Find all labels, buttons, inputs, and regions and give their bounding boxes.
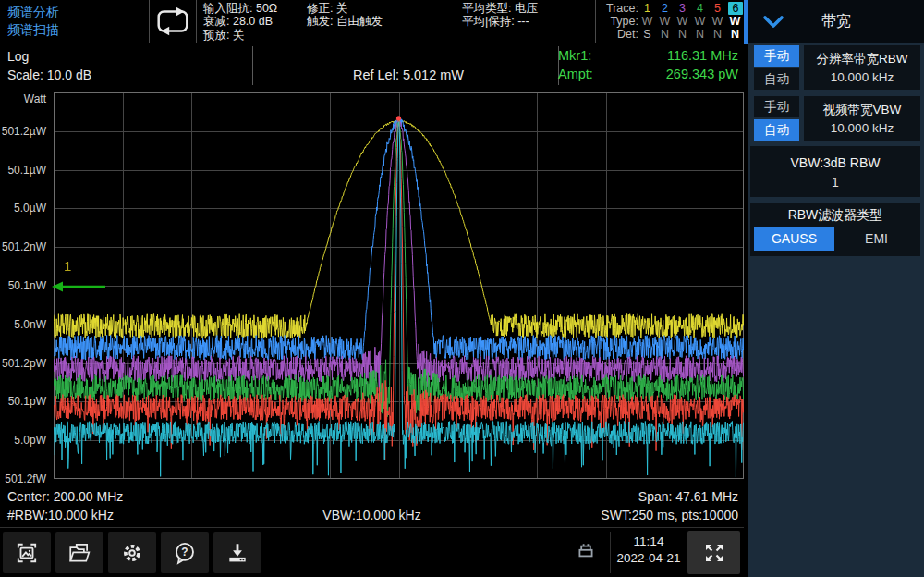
bottom-toolbar: ? 11:14 2022-04-21 bbox=[0, 527, 744, 577]
rbw-value-box[interactable]: 分辨率带宽RBW 10.000 kHz bbox=[804, 45, 920, 90]
help-icon: ? bbox=[173, 541, 197, 565]
trace-3-type: W bbox=[674, 15, 691, 28]
filter-emi-button[interactable]: EMI bbox=[836, 227, 917, 251]
trace-4-detector: N bbox=[691, 28, 709, 41]
rbw-auto-button[interactable]: 自动 bbox=[754, 68, 799, 90]
det-row-label: Det: bbox=[596, 28, 638, 41]
trace-5-type: W bbox=[709, 15, 726, 28]
trace-4-type: W bbox=[691, 15, 709, 28]
bandwidth-menu-panel: 带宽 手动 自动 分辨率带宽RBW 10.000 kHz 手动 自动 视频带宽V… bbox=[748, 0, 924, 577]
screenshot-icon bbox=[15, 541, 39, 565]
trigger: 触发: 自由触发 bbox=[307, 15, 457, 28]
clock-date: 2022-04-21 bbox=[612, 550, 686, 567]
trace-6-detector: N bbox=[726, 28, 744, 41]
input-params: 输入阻抗: 50Ω 衰减: 28.0 dB 预放: 关 bbox=[197, 0, 300, 43]
y-axis-tick-label: 50.1pW bbox=[0, 395, 46, 408]
trace-1-type: W bbox=[638, 15, 656, 28]
fullscreen-expand-icon bbox=[702, 541, 726, 565]
trace-1-detector: S bbox=[638, 28, 656, 41]
average-hold: 平均|保持: --- bbox=[462, 15, 595, 28]
marker-frequency-readout: Mkr1: 116.31 MHz bbox=[558, 48, 738, 63]
trace-table: Trace: 1 2 3 4 5 6 Type: W W W W W W Det… bbox=[596, 0, 744, 43]
marker-frequency-value: 116.31 MHz bbox=[667, 48, 738, 63]
y-axis-tick-label: 501.2fW bbox=[0, 473, 46, 485]
vbw-menu-item: 手动 自动 视频带宽VBW 10.000 kHz bbox=[750, 96, 922, 141]
y-axis-tick-label: 501.2nW bbox=[0, 240, 46, 253]
trace-4-number[interactable]: 4 bbox=[691, 2, 709, 15]
spectrum-display[interactable] bbox=[54, 92, 744, 479]
marker-1-number: 1 bbox=[64, 258, 71, 274]
average-settings: 平均类型: 电压 平均|保持: --- bbox=[457, 0, 596, 43]
vbw-label: 视频带宽VBW bbox=[804, 102, 920, 118]
vbw-manual-button[interactable]: 手动 bbox=[754, 96, 799, 117]
y-axis-tick-label: 50.1nW bbox=[0, 279, 46, 292]
clock[interactable]: 11:14 2022-04-21 bbox=[612, 534, 686, 567]
trace-2-type: W bbox=[656, 15, 674, 28]
panel-header[interactable]: 带宽 bbox=[748, 0, 924, 43]
y-axis-tick-label: 501.2µW bbox=[0, 125, 46, 138]
file-button[interactable] bbox=[55, 532, 103, 573]
trace-3-number[interactable]: 3 bbox=[674, 2, 691, 15]
filter-gauss-button[interactable]: GAUSS bbox=[754, 227, 834, 251]
vbw-ratio-value: 1 bbox=[750, 175, 920, 190]
swt-label: SWT:250 ms, pts:10000 bbox=[601, 508, 738, 522]
continuous-sweep-button[interactable] bbox=[150, 0, 197, 43]
usb-status bbox=[575, 540, 597, 566]
settings-button[interactable] bbox=[108, 532, 156, 573]
rbw-manual-button[interactable]: 手动 bbox=[754, 45, 799, 67]
trace-6-type: W bbox=[726, 15, 744, 28]
folder-icon bbox=[67, 541, 91, 565]
mode-title-line2: 频谱扫描 bbox=[7, 21, 149, 39]
rbw-filter-label: RBW滤波器类型 bbox=[750, 207, 920, 224]
usb-device-icon bbox=[575, 540, 597, 562]
mode-title[interactable]: 频谱分析 频谱扫描 bbox=[0, 0, 150, 43]
loop-sweep-icon bbox=[152, 6, 193, 37]
mode-title-line1: 频谱分析 bbox=[7, 4, 149, 21]
trace-canvas[interactable] bbox=[54, 92, 744, 479]
save-button[interactable] bbox=[213, 532, 261, 573]
amplitude-readout-bar: Log Scale: 10.0 dB Ref Lel: 5.012 mW Mkr… bbox=[0, 44, 744, 88]
ref-level-label: Ref Lel: 5.012 mW bbox=[259, 68, 558, 82]
sweep-info-bar: Center: 200.00 MHz Span: 47.61 MHz #RBW:… bbox=[0, 486, 744, 527]
svg-text:?: ? bbox=[181, 546, 188, 559]
center-frequency-label: Center: 200.00 MHz bbox=[7, 489, 123, 504]
y-axis-tick-label: 5.0nW bbox=[0, 318, 46, 331]
ampt-label: Ampt: bbox=[558, 67, 593, 81]
rbw-menu-item: 手动 自动 分辨率带宽RBW 10.000 kHz bbox=[750, 45, 922, 90]
trace-5-number[interactable]: 5 bbox=[709, 2, 726, 15]
marker-amplitude-readout: Ampt: 269.343 pW bbox=[558, 67, 738, 81]
trace-1-number[interactable]: 1 bbox=[638, 2, 656, 15]
vbw-auto-button[interactable]: 自动 bbox=[754, 119, 799, 141]
type-row-label: Type: bbox=[596, 15, 638, 28]
spectrum-analyzer-app: 频谱分析 频谱扫描 输入阻抗: 50Ω 衰减: 28.0 dB 预放: 关 修正… bbox=[0, 0, 924, 577]
save-download-icon bbox=[225, 541, 249, 565]
y-axis-tick-label: 5.0µW bbox=[0, 202, 46, 215]
gear-icon bbox=[120, 541, 144, 565]
screenshot-button[interactable] bbox=[3, 532, 51, 573]
trace-5-detector: N bbox=[709, 28, 726, 41]
help-button[interactable]: ? bbox=[161, 532, 209, 573]
trace-2-number[interactable]: 2 bbox=[656, 2, 674, 15]
trace-row-label: Trace: bbox=[596, 2, 638, 15]
divider bbox=[610, 532, 611, 573]
span-label: Span: 47.61 MHz bbox=[638, 489, 738, 504]
y-axis-tick-label: Watt bbox=[0, 92, 46, 105]
y-axis-tick-label: 5.0pW bbox=[0, 434, 46, 447]
marker-label: Mkr1: bbox=[558, 48, 591, 63]
scale-type-label: Log bbox=[7, 49, 29, 64]
y-axis-tick-label: 501.2pW bbox=[0, 357, 46, 370]
preamp: 预放: 关 bbox=[203, 29, 300, 42]
trace-6-number-active[interactable]: 6 bbox=[728, 2, 743, 15]
vbw-value: 10.000 kHz bbox=[804, 121, 920, 135]
trace-type-row: Type: W W W W W W bbox=[596, 15, 744, 28]
marker-amplitude-value: 269.343 pW bbox=[666, 67, 738, 81]
input-impedance: 输入阻抗: 50Ω bbox=[203, 2, 300, 15]
vbw-value-box[interactable]: 视频带宽VBW 10.000 kHz bbox=[804, 96, 920, 141]
clock-time: 11:14 bbox=[612, 534, 686, 550]
fullscreen-button[interactable] bbox=[687, 531, 740, 574]
vbw-ratio-box[interactable]: VBW:3dB RBW 1 bbox=[750, 146, 920, 197]
top-status-bar: 频谱分析 频谱扫描 输入阻抗: 50Ω 衰减: 28.0 dB 预放: 关 修正… bbox=[0, 0, 744, 43]
scale-label: Scale: 10.0 dB bbox=[7, 68, 91, 82]
chevron-down-icon bbox=[762, 14, 784, 31]
correction-trigger: 修正: 关 触发: 自由触发 bbox=[300, 0, 457, 43]
